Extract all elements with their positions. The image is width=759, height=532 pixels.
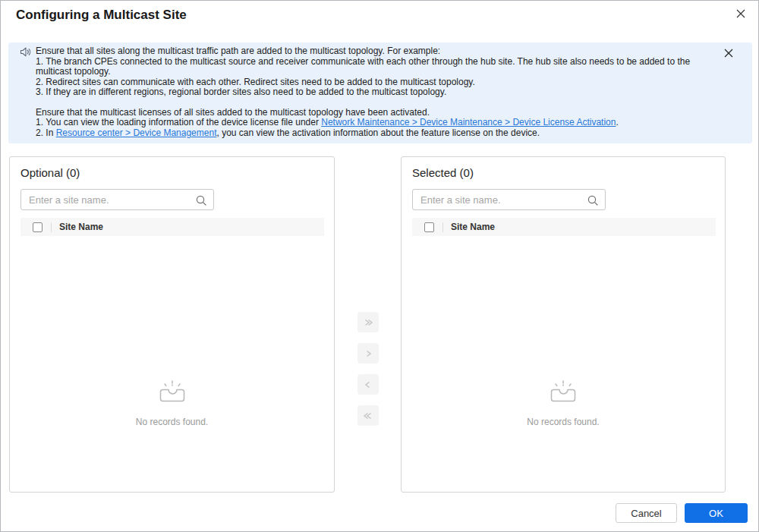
close-icon[interactable] xyxy=(735,8,747,20)
banner-line: 1. The branch CPEs connected to the mult… xyxy=(36,57,722,77)
double-chevron-right-icon xyxy=(362,316,374,329)
move-all-right-button[interactable] xyxy=(357,312,379,332)
optional-panel: Optional (0) Site Name No records found. xyxy=(9,156,335,493)
selected-panel-title: Selected (0) xyxy=(412,166,474,179)
selected-select-all-checkbox[interactable] xyxy=(424,222,434,232)
optional-panel-title: Optional (0) xyxy=(20,166,80,179)
empty-inbox-icon xyxy=(154,395,191,408)
optional-empty-state: No records found. xyxy=(10,379,334,427)
multicast-site-dialog: { "dialog": { "title": "Configuring a Mu… xyxy=(0,0,759,532)
ok-button[interactable]: OK xyxy=(685,503,748,523)
banner-line: 2. Redirect sites can communicate with e… xyxy=(36,77,722,88)
move-right-button[interactable] xyxy=(357,343,379,364)
banner-text: , you can view the activation informatio… xyxy=(216,127,540,138)
banner-line: 2. In Resource center > Device Managemen… xyxy=(36,128,722,139)
move-left-button[interactable] xyxy=(357,374,379,395)
column-divider xyxy=(442,222,443,232)
double-chevron-left-icon xyxy=(362,410,374,422)
cancel-button[interactable]: Cancel xyxy=(616,503,677,523)
column-divider xyxy=(51,222,52,232)
announcement-icon xyxy=(20,47,31,60)
optional-search-input[interactable] xyxy=(21,190,213,209)
empty-inbox-icon xyxy=(545,395,581,408)
selected-search-box xyxy=(412,189,606,210)
optional-select-all-checkbox[interactable] xyxy=(33,222,43,232)
selected-search-input[interactable] xyxy=(413,190,605,209)
selected-table-header: Site Name xyxy=(412,218,716,236)
optional-search-box xyxy=(20,189,214,210)
page-title: Configuring a Multicast Site xyxy=(16,8,187,23)
banner-text: 1. You can view the loading information … xyxy=(36,117,321,127)
banner-close-icon[interactable] xyxy=(723,48,734,58)
search-icon[interactable] xyxy=(587,194,599,209)
move-all-left-button[interactable] xyxy=(357,405,379,426)
banner-text: 2. In xyxy=(36,127,56,138)
selected-empty-state: No records found. xyxy=(402,379,725,427)
info-banner: Ensure that all sites along the multicas… xyxy=(8,42,752,143)
banner-line: 3. If they are in different regions, reg… xyxy=(36,87,722,98)
link-device-license-activation[interactable]: Network Maintenance > Device Maintenance… xyxy=(321,117,616,127)
column-header-site-name: Site Name xyxy=(451,222,495,232)
optional-table-header: Site Name xyxy=(20,218,324,236)
banner-line: Ensure that all sites along the multicas… xyxy=(36,46,722,57)
search-icon[interactable] xyxy=(195,194,207,209)
selected-panel: Selected (0) Site Name No records found. xyxy=(401,156,726,493)
empty-text: No records found. xyxy=(10,417,334,427)
banner-line: 1. You can view the loading information … xyxy=(36,118,722,128)
link-resource-center-device-management[interactable]: Resource center > Device Management xyxy=(56,127,217,138)
empty-text: No records found. xyxy=(402,417,725,427)
banner-text: . xyxy=(616,117,618,127)
column-header-site-name: Site Name xyxy=(59,222,103,232)
chevron-left-icon xyxy=(362,379,374,391)
chevron-right-icon xyxy=(362,348,374,360)
banner-line: Ensure that the multicast licenses of al… xyxy=(36,108,722,118)
